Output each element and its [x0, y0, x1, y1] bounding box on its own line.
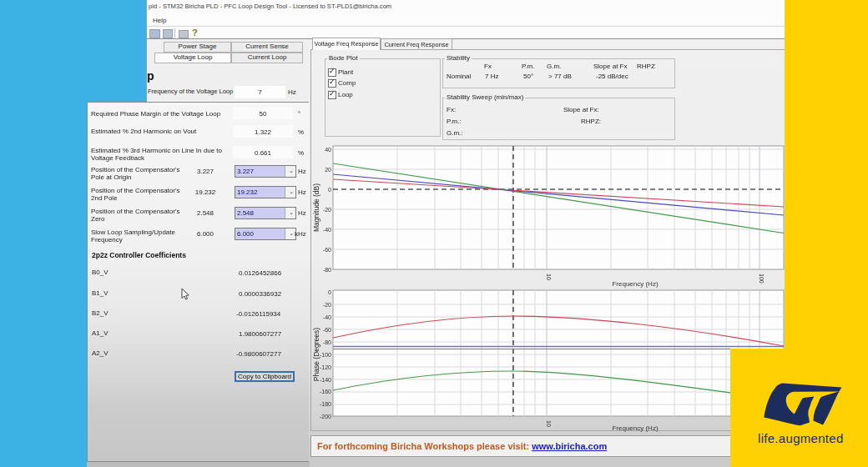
- svg-text:-140: -140: [320, 377, 331, 383]
- svg-text:-60: -60: [323, 327, 331, 333]
- svg-text:Frequency (Hz): Frequency (Hz): [612, 424, 658, 432]
- svg-text:-80: -80: [323, 339, 331, 345]
- svg-text:Phase (Degrees): Phase (Degrees): [312, 328, 320, 381]
- svg-text:-20: -20: [323, 302, 331, 308]
- svg-text:-40: -40: [323, 314, 331, 320]
- svg-text:0: 0: [328, 289, 331, 295]
- svg-text:-120: -120: [320, 364, 331, 370]
- svg-text:100: 100: [759, 274, 765, 284]
- svg-text:Magnitude (dB): Magnitude (dB): [312, 183, 320, 232]
- svg-text:-200: -200: [320, 414, 331, 419]
- svg-text:10: 10: [546, 420, 552, 427]
- svg-text:0: 0: [328, 187, 331, 193]
- svg-text:-20: -20: [323, 207, 331, 213]
- svg-text:-180: -180: [320, 401, 331, 407]
- svg-text:-80: -80: [323, 267, 331, 273]
- svg-text:Frequency (Hz): Frequency (Hz): [612, 280, 658, 288]
- svg-text:-40: -40: [323, 227, 331, 233]
- svg-text:-100: -100: [320, 352, 331, 358]
- svg-text:20: 20: [325, 167, 331, 173]
- svg-text:40: 40: [325, 147, 331, 153]
- svg-text:-60: -60: [323, 247, 331, 253]
- svg-text:-160: -160: [320, 389, 331, 394]
- svg-text:10: 10: [546, 274, 552, 280]
